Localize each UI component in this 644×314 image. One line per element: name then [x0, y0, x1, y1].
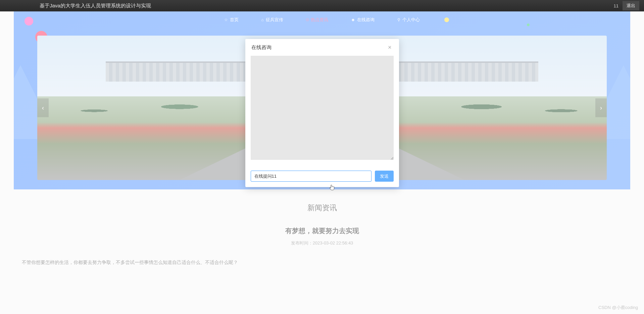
message-input[interactable]: [251, 171, 371, 182]
dialog-close-button[interactable]: ×: [387, 44, 393, 51]
watermark: CSDN @小蔡coding: [598, 305, 638, 311]
top-bar: 基于Java的大学生入伍人员管理系统的设计与实现 11 退出: [0, 0, 644, 11]
dialog-header: 在线咨询 ×: [245, 39, 399, 56]
logout-button[interactable]: 退出: [623, 1, 639, 10]
chat-log[interactable]: [251, 56, 394, 160]
username: 11: [614, 3, 618, 8]
site-title: 基于Java的大学生入伍人员管理系统的设计与实现: [40, 3, 151, 9]
close-icon: ×: [388, 44, 392, 51]
consult-dialog: 在线咨询 × 发送: [245, 39, 399, 187]
dialog-title: 在线咨询: [251, 44, 271, 51]
send-button[interactable]: 发送: [375, 171, 394, 182]
